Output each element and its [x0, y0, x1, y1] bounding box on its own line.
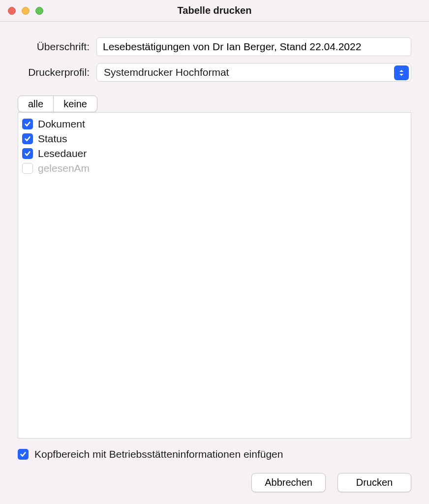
- dialog-content: Überschrift: Druckerprofil: Systemdrucke…: [0, 22, 429, 504]
- list-item: gelesenAm: [22, 161, 407, 176]
- profile-label: Druckerprofil:: [18, 66, 96, 78]
- list-item-label: gelesenAm: [38, 162, 90, 174]
- heading-input[interactable]: [96, 37, 411, 56]
- window-title: Tabelle drucken: [0, 5, 429, 16]
- select-none-button[interactable]: keine: [53, 95, 97, 112]
- checkbox-checked-icon[interactable]: [22, 133, 33, 144]
- segment-buttons: alle keine: [18, 89, 411, 112]
- checkbox-unchecked-icon: [22, 163, 33, 174]
- list-item-label: Status: [38, 133, 67, 145]
- header-info-label: Kopfbereich mit Betriebsstätteninformati…: [34, 448, 283, 460]
- close-window-icon[interactable]: [8, 7, 16, 15]
- list-item[interactable]: Dokument: [22, 117, 407, 131]
- titlebar: Tabelle drucken: [0, 0, 429, 22]
- select-all-button[interactable]: alle: [18, 95, 54, 112]
- heading-row: Überschrift:: [18, 37, 411, 56]
- cancel-button[interactable]: Abbrechen: [251, 473, 326, 492]
- button-row: Abbrechen Drucken: [18, 473, 411, 492]
- profile-select-value: Systemdrucker Hochformat: [104, 66, 229, 78]
- heading-label: Überschrift:: [18, 41, 96, 53]
- minimize-window-icon[interactable]: [22, 7, 30, 15]
- columns-list: Dokument Status Lesedauer gelesenAm: [18, 112, 411, 439]
- header-info-row[interactable]: Kopfbereich mit Betriebsstätteninformati…: [18, 448, 411, 460]
- traffic-lights: [8, 7, 43, 15]
- list-item-label: Dokument: [38, 118, 85, 130]
- print-button[interactable]: Drucken: [337, 473, 411, 492]
- list-item-label: Lesedauer: [38, 148, 87, 159]
- zoom-window-icon[interactable]: [35, 7, 43, 15]
- checkbox-checked-icon[interactable]: [22, 148, 33, 159]
- list-item[interactable]: Lesedauer: [22, 146, 407, 161]
- profile-select[interactable]: Systemdrucker Hochformat: [96, 63, 411, 82]
- select-arrows-icon: [394, 65, 409, 80]
- checkbox-checked-icon[interactable]: [22, 119, 33, 129]
- checkbox-checked-icon[interactable]: [18, 449, 29, 460]
- list-item[interactable]: Status: [22, 131, 407, 146]
- profile-row: Druckerprofil: Systemdrucker Hochformat: [18, 63, 411, 82]
